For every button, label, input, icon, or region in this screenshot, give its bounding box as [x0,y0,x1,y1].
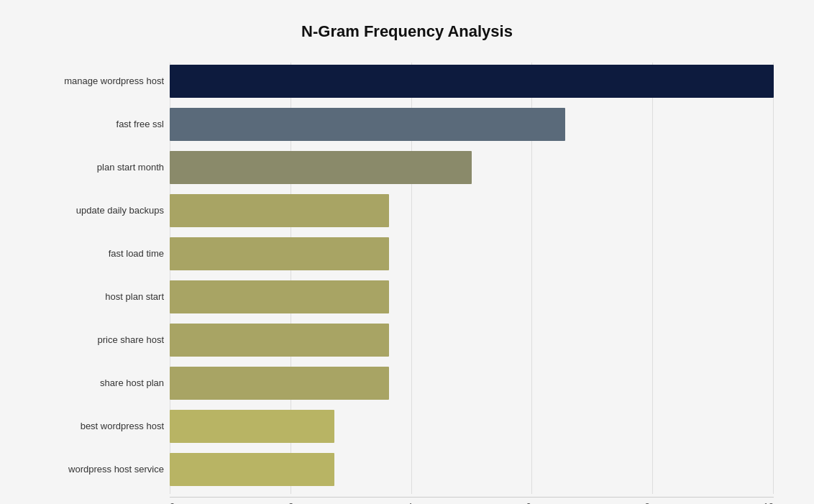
x-tick: 8 [644,501,649,505]
bar-label: wordpress host service [27,464,164,475]
bar-label: price share host [27,334,164,345]
bar-label: share host plan [27,377,164,388]
bar [170,65,774,98]
bar-row: plan start month [170,149,774,186]
x-tick: 10 [763,501,773,505]
bar-label: plan start month [27,162,164,173]
bar-row: wordpress host service [170,451,774,488]
x-tick: 0 [170,501,175,505]
chart-title: N-Gram Frequency Analysis [26,22,788,41]
bar [170,367,389,400]
x-tick: 6 [526,501,531,505]
bar-row: update daily backups [170,192,774,229]
bar [170,280,389,313]
bars-wrapper: manage wordpress hostfast free sslplan s… [170,63,774,494]
bar-row: price share host [170,321,774,359]
x-axis: 0246810 [170,497,774,505]
bar-row: fast free ssl [170,106,774,143]
bar-row: host plan start [170,278,774,316]
bar-row: manage wordpress host [170,63,774,100]
chart-container: N-Gram Frequency Analysis manage wordpre… [12,8,802,497]
bar-label: update daily backups [27,205,164,216]
x-tick: 2 [288,501,293,505]
bar-row: fast load time [170,235,774,272]
bar-row: best wordpress host [170,408,774,445]
bar [170,194,389,227]
bar [170,237,389,270]
x-ticks: 0246810 [170,498,774,505]
bar [170,151,472,184]
bar [170,410,334,443]
bar-label: fast free ssl [27,119,164,129]
bar-label: best wordpress host [27,421,164,431]
bar-label: manage wordpress host [27,75,164,86]
bar-label: fast load time [27,248,164,259]
x-tick: 4 [407,501,412,505]
bar [170,108,565,141]
bar [170,324,389,357]
bar-row: share host plan [170,365,774,402]
bar-label: host plan start [27,291,164,302]
bar [170,453,334,486]
